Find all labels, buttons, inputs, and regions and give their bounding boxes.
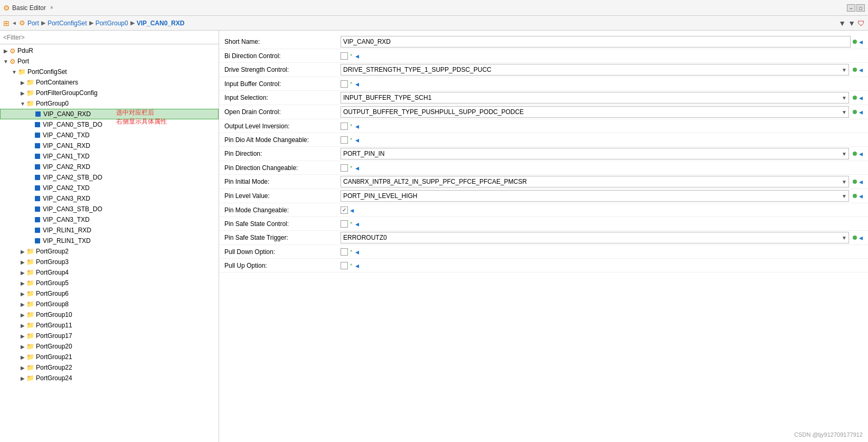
breadcrumb-port[interactable]: Port xyxy=(27,20,39,27)
expand-icon-portgroup20[interactable]: ▶ xyxy=(19,344,26,350)
tree-item-vip_can0_stb_do[interactable]: VIP_CAN0_STB_DO xyxy=(0,119,219,130)
breadcrumb-menu-icon[interactable]: ▼ xyxy=(848,19,855,27)
tree-item-vip_can1_txd[interactable]: VIP_CAN1_TXD xyxy=(0,151,219,162)
shield-icon[interactable]: 🛡 xyxy=(857,19,865,27)
tree-item-portgroup20[interactable]: ▶📁PortGroup20 xyxy=(0,341,219,352)
blue-arrow-pin-mode-changeable[interactable]: ◂ xyxy=(350,206,354,214)
tree-item-portgroup11[interactable]: ▶📁PortGroup11 xyxy=(0,320,219,331)
blue-arrow-pin-level-value[interactable]: ◂ xyxy=(859,192,863,200)
prop-checkbox-output-level-inversion[interactable] xyxy=(341,123,348,130)
expand-icon-portfiltergroupconfig[interactable]: ▶ xyxy=(19,90,26,96)
tree-item-portgroup8[interactable]: ▶📁PortGroup8 xyxy=(0,299,219,309)
tree-item-vip_can0_rxd[interactable]: VIP_CAN0_RXD xyxy=(0,109,219,119)
prop-select-pin-direction[interactable]: PORT_PIN_IN xyxy=(341,148,849,159)
expand-icon-portgroup0[interactable]: ▼ xyxy=(19,101,26,107)
tree-item-portcontainers[interactable]: ▶📁PortContainers xyxy=(0,77,219,88)
expand-icon-port[interactable]: ▼ xyxy=(2,59,10,64)
breadcrumb-portgroup0[interactable]: PortGroup0 xyxy=(96,20,128,27)
tree-item-portgroup24[interactable]: ▶📁PortGroup24 xyxy=(0,373,219,383)
filter-input[interactable] xyxy=(3,34,215,41)
expand-icon-portgroup17[interactable]: ▶ xyxy=(19,333,26,339)
home-icon[interactable]: ⊞ xyxy=(3,19,10,27)
prop-input-short-name[interactable] xyxy=(341,36,851,48)
expand-icon-portgroup2[interactable]: ▶ xyxy=(19,249,26,255)
prop-checkbox-pin-dio-alt-mode-changeable[interactable] xyxy=(341,136,348,144)
tree-item-vip_can1_rxd[interactable]: VIP_CAN1_RXD xyxy=(0,140,219,151)
blue-arrow-pin-initial-mode[interactable]: ◂ xyxy=(859,177,863,186)
expand-icon-portgroup22[interactable]: ▶ xyxy=(19,365,26,371)
expand-icon-portgroup5[interactable]: ▶ xyxy=(19,280,26,286)
expand-icon-portgroup10[interactable]: ▶ xyxy=(19,312,26,318)
prop-select-input-selection[interactable]: INPUT_BUFFER_TYPE_SCH1 xyxy=(341,92,849,104)
tree-item-portconfigset[interactable]: ▼📁PortConfigSet xyxy=(0,67,219,77)
prop-select-pin-level-value[interactable]: PORT_PIN_LEVEL_HIGH xyxy=(341,190,849,202)
breadcrumb-portconfigset[interactable]: PortConfigSet xyxy=(48,20,87,27)
tree-node-icon-portgroup17: 📁 xyxy=(26,332,34,340)
expand-icon-portgroup11[interactable]: ▶ xyxy=(19,323,26,328)
blue-arrow-pin-safe-state-trigger[interactable]: ◂ xyxy=(859,233,863,242)
tree-item-portgroup0[interactable]: ▼📁PortGroup0 xyxy=(0,98,219,109)
tree-item-portgroup4[interactable]: ▶📁PortGroup4 xyxy=(0,267,219,278)
tab-close-button[interactable]: × xyxy=(50,5,53,11)
tree-item-port[interactable]: ▼⚙Port xyxy=(0,56,219,67)
prop-label-input-buffer-control: Input Buffer Control: xyxy=(224,80,341,88)
expand-icon-portgroup3[interactable]: ▶ xyxy=(19,259,26,265)
expand-icon-portgroup6[interactable]: ▶ xyxy=(19,291,26,297)
expand-icon-pdur[interactable]: ▶ xyxy=(2,48,10,54)
prop-checkbox-pull-up-option[interactable] xyxy=(341,262,348,269)
tree-item-portgroup3[interactable]: ▶📁PortGroup3 xyxy=(0,257,219,267)
blue-arrow-input-selection[interactable]: ◂ xyxy=(859,93,863,102)
expand-icon-portcontainers[interactable]: ▶ xyxy=(19,80,26,86)
maximize-button[interactable]: □ xyxy=(856,4,865,12)
expand-icon-portgroup8[interactable]: ▶ xyxy=(19,302,26,307)
tree-item-pdur[interactable]: ▶⚙PduR xyxy=(0,45,219,56)
blue-arrow-pin-direction[interactable]: ◂ xyxy=(859,149,863,158)
blue-arrow-open-drain-control[interactable]: ◂ xyxy=(859,108,863,116)
prop-select-pin-safe-state-trigger[interactable]: ERROROUTZ0 xyxy=(341,232,849,243)
tree-item-portgroup21[interactable]: ▶📁PortGroup21 xyxy=(0,352,219,362)
tree-item-vip_can3_txd[interactable]: VIP_CAN3_TXD xyxy=(0,214,219,225)
prop-checkbox-bi-direction-control[interactable] xyxy=(341,52,348,60)
tree-item-portgroup6[interactable]: ▶📁PortGroup6 xyxy=(0,288,219,299)
prop-select-pin-initial-mode[interactable]: CAN8RX_INTP8_ALT2_IN_SUPP_PFC_PFCE_PFCAE… xyxy=(341,176,849,187)
blue-arrow-pin-safe-state-control[interactable]: ◂ xyxy=(355,220,359,228)
prop-checkbox-pin-direction-changeable[interactable] xyxy=(341,164,348,172)
prop-select-open-drain-control[interactable]: OUTPUT_BUFFER_TYPE_PUSHPULL_SUPP_PODC_PO… xyxy=(341,106,849,118)
tree-item-vip_can2_rxd[interactable]: VIP_CAN2_RXD xyxy=(0,162,219,172)
tree-item-portgroup5[interactable]: ▶📁PortGroup5 xyxy=(0,278,219,288)
tree-item-vip_can3_stb_do[interactable]: VIP_CAN3_STB_DO xyxy=(0,204,219,214)
blue-arrow-pull-up-option[interactable]: ◂ xyxy=(355,261,359,270)
prop-checkbox-pin-safe-state-control[interactable] xyxy=(341,220,348,228)
minimize-button[interactable]: − xyxy=(847,4,855,12)
blue-arrow-pull-down-option[interactable]: ◂ xyxy=(355,248,359,256)
prop-checkbox-input-buffer-control[interactable] xyxy=(341,80,348,88)
tree-item-portfiltergroupconfig[interactable]: ▶📁PortFilterGroupConfig xyxy=(0,88,219,98)
expand-icon-portgroup24[interactable]: ▶ xyxy=(19,375,26,381)
prop-label-output-level-inversion: Output Level Inversion: xyxy=(224,123,341,130)
tree-item-portgroup10[interactable]: ▶📁PortGroup10 xyxy=(0,309,219,320)
expand-icon-portconfigset[interactable]: ▼ xyxy=(11,69,18,75)
tree-item-portgroup2[interactable]: ▶📁PortGroup2 xyxy=(0,246,219,257)
blue-arrow-output-level-inversion[interactable]: ◂ xyxy=(355,122,359,130)
blue-arrow-pin-direction-changeable[interactable]: ◂ xyxy=(355,164,359,172)
prop-checkbox-pull-down-option[interactable] xyxy=(341,248,348,256)
tree-item-vip_rlin1_rxd[interactable]: VIP_RLIN1_RXD xyxy=(0,225,219,236)
blue-arrow-input-buffer-control[interactable]: ◂ xyxy=(355,80,359,88)
blue-arrow-drive-strength-control[interactable]: ◂ xyxy=(859,65,863,74)
tree-item-vip_can2_txd[interactable]: VIP_CAN2_TXD xyxy=(0,183,219,193)
tree-item-vip_rlin1_txd[interactable]: VIP_RLIN1_TXD xyxy=(0,236,219,246)
tree-item-vip_can0_txd[interactable]: VIP_CAN0_TXD xyxy=(0,130,219,140)
blue-arrow-short-name[interactable]: ◂ xyxy=(859,37,863,46)
prop-select-drive-strength-control[interactable]: DRIVE_STRENGTH_TYPE_1_SUPP_PDSC_PUCC xyxy=(341,64,849,76)
expand-icon-portgroup21[interactable]: ▶ xyxy=(19,354,26,360)
prop-checkbox-pin-mode-changeable[interactable]: ✓ xyxy=(341,206,348,214)
expand-icon-portgroup4[interactable]: ▶ xyxy=(19,270,26,276)
tree-item-portgroup17[interactable]: ▶📁PortGroup17 xyxy=(0,331,219,341)
tree-item-portgroup22[interactable]: ▶📁PortGroup22 xyxy=(0,362,219,373)
tree-item-vip_can3_rxd[interactable]: VIP_CAN3_RXD xyxy=(0,193,219,204)
tree-item-vip_can2_stb_do[interactable]: VIP_CAN2_STB_DO xyxy=(0,172,219,183)
filter-icon[interactable]: ▼ xyxy=(838,19,846,27)
green-dot-short-name xyxy=(853,40,857,44)
blue-arrow-bi-direction-control[interactable]: ◂ xyxy=(355,52,359,60)
blue-arrow-pin-dio-alt-mode-changeable[interactable]: ◂ xyxy=(355,136,359,144)
